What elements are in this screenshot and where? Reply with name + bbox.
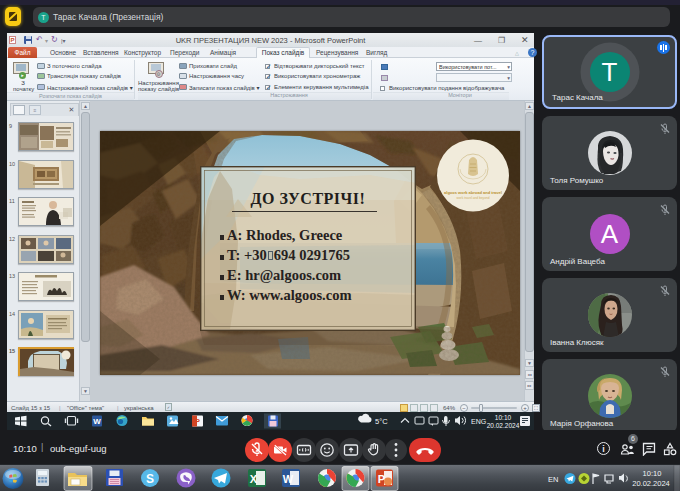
svg-text:5°C: 5°C <box>375 417 388 426</box>
svg-text:X: X <box>250 473 258 485</box>
svg-text:algoos work abroad and travel: algoos work abroad and travel <box>444 190 502 195</box>
svg-text:W: W <box>93 417 101 426</box>
svg-text:S: S <box>146 472 154 486</box>
svg-text:ENG: ENG <box>471 418 486 425</box>
svg-text:EN: EN <box>548 475 558 484</box>
svg-text:P: P <box>378 473 385 485</box>
svg-text:work travel and beyond: work travel and beyond <box>457 196 490 200</box>
svg-text:20.02.2024: 20.02.2024 <box>487 422 520 429</box>
svg-text:10:10: 10:10 <box>643 469 662 478</box>
svg-text:10:10: 10:10 <box>495 414 512 421</box>
svg-text:20.02.2024: 20.02.2024 <box>632 479 670 488</box>
svg-text:P: P <box>195 418 200 425</box>
svg-text:W: W <box>283 473 294 485</box>
